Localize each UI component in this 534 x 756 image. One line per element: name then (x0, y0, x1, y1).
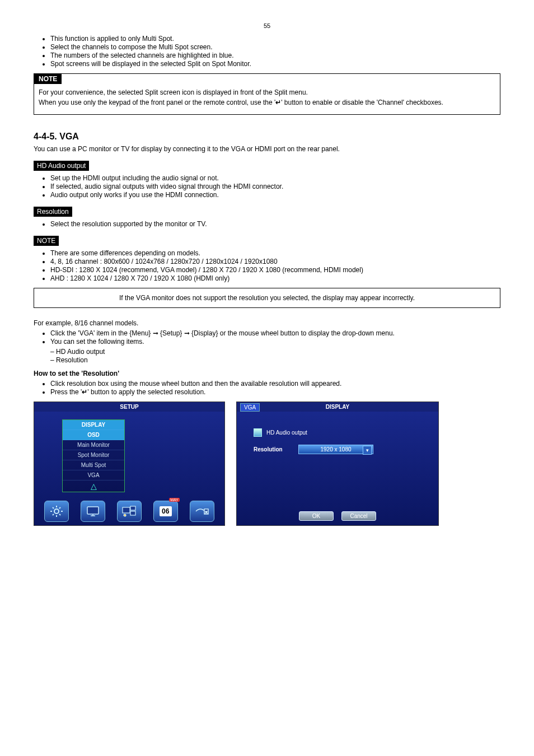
list-item: Audio output only works if you use the H… (50, 191, 500, 199)
note-label: NOTE (34, 74, 62, 84)
note-box-split: NOTE For your convenience, the selected … (34, 73, 500, 115)
resolution-label: Resolution (254, 446, 293, 452)
menu-item-vga[interactable]: VGA (63, 470, 124, 480)
menu-item-display[interactable]: DISPLAY (63, 420, 124, 430)
list-item: If selected, audio signal outputs with v… (50, 183, 500, 190)
menu-item-osd[interactable]: OSD (63, 430, 124, 440)
window-title: SETUP (34, 402, 224, 412)
list-item: Resolution (50, 356, 500, 364)
resolution-dropdown[interactable]: 1920 x 1080 ▾ (298, 445, 373, 454)
resolution-heading: Resolution (34, 207, 72, 217)
note-line1: For your convenience, the selected Split… (39, 88, 495, 96)
spot-icon[interactable] (117, 501, 142, 522)
list-item: Set up the HDMI output including the aud… (50, 174, 500, 182)
list-item: 4, 8, 16 channel : 800x600 / 1024x768 / … (50, 258, 500, 265)
intro-bullets: This function is applied to only Multi S… (34, 35, 500, 68)
enter-icon: ↵ (82, 388, 87, 396)
svg-rect-4 (130, 511, 135, 515)
list-item: HD Audio output (50, 348, 500, 356)
window-title: VGA DISPLAY (237, 402, 438, 412)
hd-audio-checkbox[interactable] (254, 428, 262, 437)
svg-rect-1 (87, 507, 99, 514)
hd-audio-label: HD Audio output (266, 430, 307, 436)
list-item: HD-SDI : 1280 X 1024 (recommend, VGA mod… (50, 266, 500, 274)
cancel-button[interactable]: Cancel (341, 511, 376, 521)
list-item: Click resolution box using the mouse whe… (50, 380, 500, 388)
menu-item-multi-spot[interactable]: Multi Spot (63, 460, 124, 470)
example-list: Click the 'VGA' item in the {Menu} ➞ {Se… (34, 329, 500, 346)
svg-point-5 (124, 514, 126, 516)
intro-item: Select the channels to compose the Multi… (50, 43, 500, 51)
list-item: You can set the following items. (50, 338, 500, 346)
bottom-toolbar: MAY 06 x (34, 501, 224, 522)
intro-item: The numbers of the selected channels are… (50, 52, 500, 59)
page-number: 55 (34, 22, 500, 29)
svg-text:x: x (205, 510, 207, 514)
vga-intro-text: You can use a PC monitor or TV for displ… (34, 145, 500, 153)
list-item: Click the 'VGA' item in the {Menu} ➞ {Se… (50, 329, 500, 337)
screenshot-display-dialog: VGA DISPLAY HD Audio output Resolution 1… (236, 402, 439, 526)
calendar-month-badge: MAY (169, 498, 180, 502)
chevron-down-icon[interactable]: △ (63, 480, 124, 492)
svg-point-0 (54, 509, 59, 514)
menu-item-main-monitor[interactable]: Main Monitor (63, 440, 124, 450)
note2-heading: NOTE (34, 236, 59, 246)
note3-box: If the VGA monitor does not support the … (34, 288, 500, 308)
howto-heading: How to set the 'Resolution' (34, 370, 500, 377)
monitor-icon[interactable] (81, 501, 105, 522)
section-vga-heading: 4-4-5. VGA (34, 132, 500, 142)
hd-audio-heading: HD Audio output (34, 161, 89, 171)
list-item: There are some differences depending on … (50, 249, 500, 257)
menu-item-spot-monitor[interactable]: Spot Monitor (63, 450, 124, 460)
tab-vga[interactable]: VGA (240, 403, 260, 412)
note-line2: When you use only the keypad of the fron… (39, 99, 495, 106)
setup-menu: DISPLAY OSD Main Monitor Spot Monitor Mu… (62, 419, 125, 492)
note2-list: There are some differences depending on … (34, 249, 500, 282)
intro-item: Spot screens will be displayed in the se… (50, 60, 500, 68)
screenshot-setup: SETUP DISPLAY OSD Main Monitor Spot Moni… (34, 402, 225, 526)
svg-rect-3 (130, 506, 135, 510)
list-item: Select the resolution supported by the m… (50, 220, 500, 228)
resolution-value: 1920 x 1080 (320, 446, 351, 452)
svg-rect-2 (123, 507, 130, 513)
ok-button[interactable]: OK (299, 511, 334, 521)
hd-audio-list: Set up the HDMI output including the aud… (34, 174, 500, 199)
gear-icon[interactable] (44, 501, 69, 522)
example-lead: For example, 8/16 channel models. (34, 319, 500, 327)
resolution-list: Select the resolution supported by the m… (34, 220, 500, 228)
chevron-down-icon[interactable]: ▾ (363, 446, 372, 455)
net-icon[interactable]: x (190, 501, 214, 522)
enter-icon: ↵ (275, 99, 281, 106)
howto-list: Click resolution box using the mouse whe… (34, 380, 500, 396)
calendar-icon[interactable]: MAY 06 (153, 501, 178, 522)
list-item: AHD : 1280 X 1024 / 1280 X 720 / 1920 X … (50, 274, 500, 282)
example-sublist: HD Audio output Resolution (34, 348, 500, 364)
list-item: Press the '↵' button to apply the select… (50, 388, 500, 396)
intro-item: This function is applied to only Multi S… (50, 35, 500, 43)
